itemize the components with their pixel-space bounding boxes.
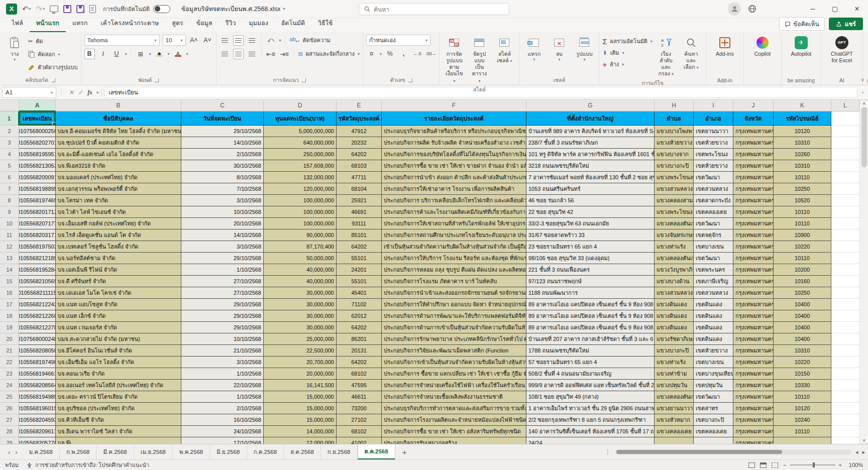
cell-K2[interactable]: 10120 <box>774 126 831 137</box>
column-header-G[interactable]: G <box>526 100 655 111</box>
zoom-slider[interactable]: − + <box>783 462 842 468</box>
cell-B19[interactable]: บจ.แนท เวนเจอร์ส จำกัด <box>56 322 181 333</box>
cell-K9[interactable]: 10110 <box>774 206 831 218</box>
insert-cells-button[interactable]: แทรก▾ <box>522 35 546 64</box>
cell-F5[interactable]: ประกอบกิจการซื้อ ขาย เช่า ให้เช่า ขายฝาก… <box>382 160 526 172</box>
cell-G3[interactable]: 238/7 ชั้นที่ 3 ถนนรัชดาภิเษก <box>526 137 655 149</box>
scroll-up-icon[interactable]: ▲ <box>862 101 866 105</box>
cell-G19[interactable]: 89 อาคารเอไอเอ แคปปิตอล เซ็นเตอร์ ชั้น 9… <box>526 322 655 333</box>
cell-E26[interactable]: 73200 <box>337 403 382 414</box>
cell-D10[interactable]: 100,000,000 <box>264 218 337 229</box>
cell-K4[interactable]: 10260 <box>774 149 831 160</box>
cell-J2[interactable]: กรุงเทพมหานคร <box>733 126 774 137</box>
tab-8[interactable]: มุมมอง <box>242 16 274 32</box>
tab-2[interactable]: หน้าแรก <box>30 16 66 32</box>
cell-K5[interactable]: 10310 <box>774 160 831 172</box>
cell-F28[interactable]: ประกอบกิจการซื้อ ขาย เช่า ให้เช่า อสังหา… <box>382 426 526 437</box>
cell-G22[interactable]: 57 ซอยรามอินทรา 65 แยก 4 <box>526 357 655 368</box>
cell-G14[interactable]: 221 ชั้นที่ 3 ถนนเฟื่องนคร <box>526 264 655 276</box>
cell-A26[interactable]: 0105568196019 <box>19 403 56 414</box>
cell-F24[interactable]: ประกอบกิจการจำหน่ายเครื่องใช้ไฟฟ้า เครื่… <box>382 380 526 391</box>
row-header-20[interactable]: 20 <box>0 333 19 345</box>
cell-F16[interactable]: ประกอบกิจการนำเข้าและส่งออกรถจักรยานยนต์… <box>382 287 526 299</box>
row-header-24[interactable]: 24 <box>0 380 19 391</box>
cell-I10[interactable]: เขตวัฒนา <box>694 218 733 229</box>
cell-B16[interactable]: บจ.เอเอเอส โมโต โครเช่ จำกัด <box>56 287 181 299</box>
normal-view-icon[interactable] <box>748 462 755 468</box>
row-header-28[interactable]: 28 <box>0 426 19 437</box>
insert-function-icon[interactable]: fx <box>87 89 92 96</box>
cell-K26[interactable]: 10120 <box>774 403 831 414</box>
cell-K19[interactable]: 10400 <box>774 322 831 333</box>
cell-E9[interactable]: 46691 <box>337 206 382 218</box>
save-as-icon[interactable] <box>76 5 84 13</box>
fill-button[interactable]: ⬇เติม▾ <box>602 47 652 58</box>
cell-D28[interactable]: 14,000,000 <box>264 426 337 437</box>
maximize-button[interactable]: ▢ <box>824 0 846 18</box>
header-cell-D1[interactable]: ทุนจดทะเบียน(บาท) <box>264 111 337 126</box>
cell-B7[interactable]: บจ.เอกสุวรรณ พร็อพเพอร์ตี้ จำกัด <box>56 183 181 195</box>
cell-B11[interactable]: บจ.ไรส์ เอ็ดดูเคชั่น แอนด์ โค จำกัด <box>56 229 181 241</box>
cancel-entry-icon[interactable]: ✕ <box>69 89 74 96</box>
cell-C25[interactable]: 1/10/2568 <box>181 391 264 403</box>
cell-G9[interactable]: 22 ซอย สุขุมวิท 42 <box>526 206 655 218</box>
column-header-F[interactable]: F <box>382 100 526 111</box>
save-icon[interactable] <box>63 5 71 13</box>
cell-K21[interactable]: 10310 <box>774 345 831 357</box>
chevron-down-icon[interactable]: ▾ <box>125 52 127 56</box>
dialog-launcher-icon[interactable] <box>51 78 55 82</box>
font-color-button[interactable]: A <box>173 49 183 59</box>
cell-E4[interactable]: 64202 <box>337 149 382 160</box>
tab-4[interactable]: เค้าโครงหน้ากระดาษ <box>94 16 166 32</box>
cell-D21[interactable]: 22,500,000 <box>264 345 337 357</box>
select-all-corner[interactable] <box>0 100 19 111</box>
addins-button[interactable]: Add-ins <box>713 35 736 59</box>
cell-A19[interactable]: 0105568212278 <box>19 322 56 333</box>
cell-D6[interactable]: 132,000,000 <box>264 172 337 183</box>
cell-D7[interactable]: 120,000,000 <box>264 183 337 195</box>
format-as-table-button[interactable]: จัดรูปแบบเป็นตาราง ▾ <box>468 35 491 85</box>
screen-share-icon[interactable] <box>50 6 58 12</box>
undo-button[interactable]: ↶▾ <box>22 5 31 14</box>
dialog-launcher-icon[interactable] <box>155 78 159 82</box>
cell-B27[interactable]: บจ.คิวทีเอ็มซี จำกัด <box>56 414 181 426</box>
format-cells-button[interactable]: รูปแบบ▾ <box>573 35 596 64</box>
percent-format-button[interactable]: % <box>385 49 395 59</box>
cell-J16[interactable]: กรุงเทพมหานคร <box>733 287 774 299</box>
zoom-in-icon[interactable]: + <box>839 462 842 468</box>
cell-F14[interactable]: ประกอบกิจการหลอม ถลุง ชุบรูป ตีแผ่น ดัดแ… <box>382 264 526 276</box>
cell-D4[interactable]: 250,000,000 <box>264 149 337 160</box>
cell-H19[interactable]: แขวงดินแดง <box>655 322 694 333</box>
sheet-nav-prev-icon[interactable]: ‹ <box>8 448 10 456</box>
cell-K12[interactable]: 10220 <box>774 241 831 253</box>
cell-I15[interactable]: เขตภาษีเจริญ <box>694 276 733 287</box>
cell-I6[interactable]: เขตวัฒนา <box>694 172 733 183</box>
cell-D26[interactable]: 15,000,000 <box>264 403 337 414</box>
cell-E21[interactable]: 20131 <box>337 345 382 357</box>
cell-G21[interactable]: 1788 ถนนเพชรบุรีตัดใหม่ <box>526 345 655 357</box>
italic-button[interactable]: I <box>98 49 108 59</box>
tab-10[interactable]: วิธีใช้ <box>311 16 339 32</box>
cell-G17[interactable]: 89 อาคารเอไอเอ แคปปิตอล เซ็นเตอร์ ชั้น 9… <box>526 299 655 310</box>
align-right-button[interactable] <box>247 49 257 59</box>
cell-A25[interactable]: 0105568194989 <box>19 391 56 403</box>
cell-F9[interactable]: ประกอบกิจการค้าและโรงงานผลิตเคมีภัณฑ์ที่… <box>382 206 526 218</box>
cell-G16[interactable]: 1188 ถนนพัฒนาการ <box>526 287 655 299</box>
cell-B3[interactable]: บจ.ซุปเปอร์ บิวตี้ คอสเมติกส์ จำกัด <box>56 137 181 149</box>
cell-I17[interactable]: เขตดินแดง <box>694 299 733 310</box>
row-header-21[interactable]: 21 <box>0 345 19 357</box>
cell-D15[interactable]: 40,000,000 <box>264 276 337 287</box>
cell-H7[interactable]: แขวงสวนหลวง <box>655 183 694 195</box>
row-header-22[interactable]: 22 <box>0 357 19 368</box>
cell-F26[interactable]: ประกอบธุรกิจบริการทำการตลาดและส่งเสริมกา… <box>382 403 526 414</box>
cell-C10[interactable]: 20/10/2568 <box>181 218 264 229</box>
cell-I5[interactable]: เขตห้วยขวาง <box>694 160 733 172</box>
row-header-9[interactable]: 9 <box>0 206 19 218</box>
cell-H16[interactable]: แขวงสวนหลวง <box>655 287 694 299</box>
tab-6[interactable]: ข้อมูล <box>190 16 219 32</box>
orientation-button[interactable]: ⤺ <box>266 35 276 46</box>
cell-H24[interactable]: แขวงปทุมวัน <box>655 380 694 391</box>
cell-C28[interactable]: 24/10/2568 <box>181 426 264 437</box>
cell-D24[interactable]: 16,141,500 <box>264 380 337 391</box>
cell-B6[interactable]: บจ.มองแคลร์ (ประเทศไทย) จำกัด <box>56 172 181 183</box>
